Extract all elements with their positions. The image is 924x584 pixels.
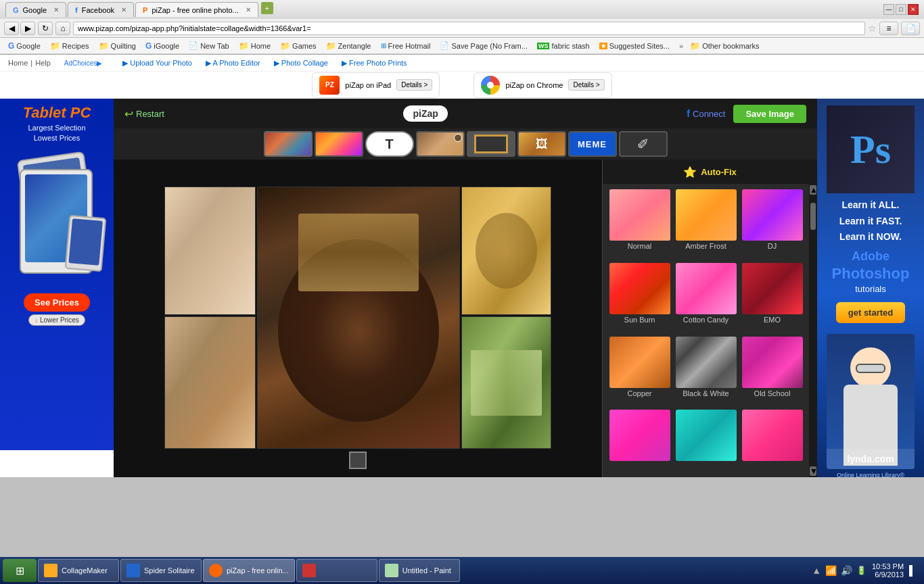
bookmark-recipes[interactable]: 📁 Recipes [47, 40, 92, 52]
spider-icon [126, 564, 140, 577]
upload-photo-link[interactable]: ▶ Upload Your Photo [122, 59, 192, 68]
collage-cell-1[interactable] [164, 187, 256, 315]
canvas-area[interactable] [114, 160, 602, 477]
folder-icon: 📁 [50, 41, 60, 51]
refresh-button[interactable]: ↻ [38, 22, 53, 35]
tab-pizap-close[interactable]: ✕ [246, 6, 251, 14]
tool-meme[interactable]: MEME [568, 131, 617, 157]
filter-bw[interactable]: Black & White [674, 337, 737, 407]
home-button[interactable]: ⌂ [55, 22, 70, 35]
taskbar-collagemaker[interactable]: CollageMaker [38, 559, 119, 582]
photo-prints-link[interactable]: ▶ Free Photo Prints [342, 59, 407, 68]
settings-button[interactable]: ≡ [879, 22, 898, 35]
bookmark-suggested[interactable]: ★ Suggested Sites... [597, 41, 672, 51]
bookmark-hotmail[interactable]: ⊞ Free Hotmail [378, 41, 434, 51]
tab-google[interactable]: G Google ✕ [5, 2, 66, 17]
bookmark-igoogle[interactable]: G iGoogle [143, 40, 182, 52]
collage-cell-5[interactable] [461, 316, 551, 449]
pizap-logo: piZap [403, 105, 447, 122]
show-desktop-icon[interactable]: ▌ [909, 565, 916, 576]
tool-cutout[interactable] [416, 131, 465, 157]
scroll-down-arrow[interactable]: ▼ [810, 466, 816, 476]
tool-stickers[interactable]: 🖼 [517, 131, 566, 157]
filter-row4c[interactable] [741, 410, 804, 472]
restore-button[interactable]: □ [896, 4, 906, 15]
chrome-details-button[interactable]: Details > [568, 79, 604, 91]
bookmark-zentangle-label: Zentangle [338, 42, 371, 50]
ws-icon: WS [537, 43, 550, 49]
facebook-favicon: f [75, 6, 78, 14]
ad-tagline2: Learn it FAST. [839, 215, 902, 228]
bookmark-home[interactable]: 📁 Home [236, 40, 273, 52]
taskbar-paint[interactable]: Untitled - Paint [379, 559, 460, 582]
bookmark-google-label: Google [16, 42, 40, 50]
bookmark-fabricstash[interactable]: WS fabric stash [534, 41, 593, 51]
filter-row4c-thumb [742, 410, 803, 461]
tool-photos[interactable] [264, 131, 313, 157]
tool-draw[interactable]: ✏ [619, 131, 668, 157]
scroll-thumb[interactable] [810, 203, 816, 230]
bookmark-star[interactable]: ☆ [868, 23, 877, 34]
bookmark-google[interactable]: G Google [5, 40, 43, 52]
bookmark-zentangle[interactable]: 📁 Zentangle [323, 40, 374, 52]
bookmark-other[interactable]: 📁 Other bookmarks [687, 40, 762, 52]
autofix-header: ⭐ Auto-Fix [603, 160, 817, 184]
help-link[interactable]: Help [35, 59, 51, 67]
clock-date: 6/9/2013 [872, 570, 904, 579]
filter-sunburn[interactable]: Sun Burn [608, 263, 671, 333]
photo-editor-link[interactable]: ▶ A Photo Editor [206, 59, 260, 68]
connect-button[interactable]: f Connect [687, 108, 725, 119]
filter-normal[interactable]: Normal [608, 189, 671, 260]
restart-button[interactable]: ↩ Restart [124, 107, 164, 120]
hotmail-icon: ⊞ [381, 42, 386, 49]
tool-frames[interactable] [467, 131, 515, 157]
scroll-up-arrow[interactable]: ▲ [810, 185, 816, 195]
bookmark-newtab[interactable]: 📄 New Tab [186, 40, 232, 51]
filter-emo[interactable]: EMO [741, 263, 804, 333]
back-button[interactable]: ◀ [4, 22, 19, 35]
collage-cell-3[interactable] [257, 187, 460, 449]
toolbar-left: ↩ Restart [124, 107, 164, 120]
bookmark-quilting[interactable]: 📁 Quilting [96, 40, 139, 52]
chrome-badge[interactable]: piZap on Chrome Details > [473, 72, 611, 98]
tool-effects[interactable] [315, 131, 363, 157]
filter-oldschool[interactable]: Old School [741, 337, 804, 407]
filter-amber[interactable]: Amber Frost [674, 189, 737, 260]
taskbar-extra[interactable] [296, 559, 377, 582]
filter-oldschool-thumb [742, 337, 803, 388]
see-prices-button[interactable]: See Prices [24, 293, 90, 312]
filter-scrollbar[interactable]: ▲ ▼ [809, 184, 817, 477]
tool-text[interactable]: T [365, 131, 414, 157]
filter-dj[interactable]: DJ [741, 189, 804, 260]
ipad-badge[interactable]: PZ piZap on iPad Details > [312, 72, 440, 98]
get-started-button[interactable]: get started [836, 302, 905, 323]
ipad-details-button[interactable]: Details > [396, 79, 432, 91]
home-link[interactable]: Home [8, 59, 28, 67]
page-button[interactable]: 📄 [901, 22, 920, 35]
filter-copper[interactable]: Copper [608, 337, 671, 407]
bookmark-savepage[interactable]: 📄 Save Page (No Fram... [437, 40, 530, 51]
filter-cotton[interactable]: Cotton Candy [674, 263, 737, 333]
close-button[interactable]: ✕ [908, 4, 919, 15]
bookmark-fabricstash-label: fabric stash [551, 42, 589, 50]
filter-row4b[interactable] [674, 410, 737, 472]
taskbar-spider[interactable]: Spider Solitaire [120, 559, 202, 582]
minimize-button[interactable]: — [883, 4, 894, 15]
photo-collage-link[interactable]: ▶ Photo Collage [274, 59, 328, 68]
new-tab-button[interactable]: + [261, 2, 273, 14]
arrow-icon: ↓ [34, 316, 38, 324]
tab-facebook[interactable]: f Facebook ✕ [68, 2, 134, 17]
collage-cell-4[interactable] [461, 187, 551, 315]
tab-facebook-close[interactable]: ✕ [121, 6, 126, 14]
tray-arrow-icon[interactable]: ▲ [812, 565, 821, 576]
tab-pizap[interactable]: P piZap - free online photo... ✕ [135, 2, 258, 17]
collage-cell-2[interactable] [164, 316, 256, 449]
forward-button[interactable]: ▶ [20, 22, 35, 35]
filter-row4a[interactable] [608, 410, 671, 472]
tab-google-close[interactable]: ✕ [53, 6, 59, 14]
start-button[interactable]: ⊞ [3, 559, 37, 582]
bookmark-games[interactable]: 📁 Games [277, 40, 319, 52]
address-bar[interactable] [73, 22, 865, 35]
save-image-button[interactable]: Save Image [733, 105, 806, 123]
taskbar-pizap[interactable]: piZap - free onlin... [203, 559, 295, 582]
